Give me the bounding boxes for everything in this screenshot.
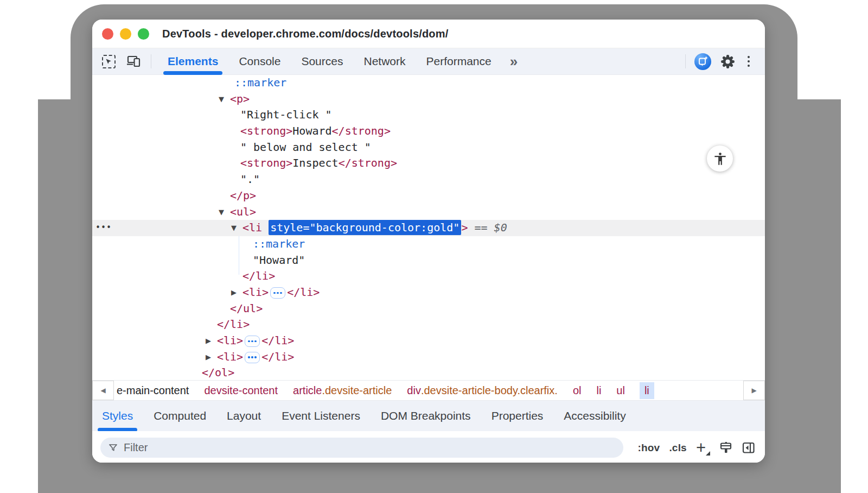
styles-filter-bar: Filter :hov .cls + [92, 431, 765, 463]
dom-tree-row[interactable]: ::marker [92, 236, 765, 252]
dom-tree-row[interactable]: "Right-click " [92, 107, 765, 123]
tag-token: </li> [287, 286, 320, 299]
dom-tree-row[interactable]: </ul> [92, 301, 765, 317]
expand-twisty-icon[interactable]: ▶ [206, 333, 211, 349]
window-title: DevTools - developer.chrome.com/docs/dev… [162, 28, 449, 40]
text-token: Inspect [292, 156, 338, 169]
filter-bar-actions: :hov .cls + [637, 442, 755, 454]
collapse-twisty-icon[interactable]: ▼ [231, 220, 237, 236]
text-token [262, 221, 269, 234]
breadcrumb-token: ol [573, 384, 582, 397]
new-style-rule-button[interactable]: + [696, 443, 710, 453]
cursor-arrow-icon [105, 58, 112, 65]
dom-tree-row[interactable]: ▶<li></li> [92, 333, 765, 349]
tab-sources[interactable]: Sources [301, 48, 343, 74]
tab-network[interactable]: Network [363, 48, 405, 74]
breadcrumb: e-main-contentdevsite-contentarticle.dev… [114, 381, 743, 400]
ai-assistance-icon[interactable] [694, 53, 711, 70]
breadcrumb-item[interactable]: e-main-content [116, 382, 189, 399]
sidebar-pane-tabs: StylesComputedLayoutEvent ListenersDOM B… [92, 400, 765, 431]
breadcrumb-item[interactable]: article.devsite-article [292, 382, 392, 399]
zoom-button[interactable] [138, 28, 149, 40]
dom-tree-row[interactable]: ▶<li></li> [92, 285, 765, 301]
selected-attribute: style="background-color:gold" [269, 220, 461, 235]
tag-token: <li [242, 221, 262, 234]
breadcrumb-bar: ◀ e-main-contentdevsite-contentarticle.d… [92, 380, 765, 400]
dom-tree-row[interactable]: </ol> [92, 365, 765, 380]
dom-tree-row[interactable]: ▼<ul> [92, 204, 765, 220]
breadcrumb-item[interactable]: div.devsite-article-body.clearfix. [406, 382, 558, 399]
breadcrumb-scroll-right-button[interactable]: ▶ [743, 381, 765, 400]
text-token: "Right-click " [240, 108, 332, 121]
breadcrumb-token: div [407, 384, 421, 397]
collapse-twisty-icon[interactable]: ▼ [219, 204, 224, 220]
dom-tree-row[interactable]: <strong>Inspect</strong> [92, 155, 765, 172]
tab-console[interactable]: Console [239, 48, 280, 74]
tab-performance[interactable]: Performance [426, 48, 492, 74]
breadcrumb-token: li [596, 384, 601, 397]
tag-token: <strong> [240, 156, 292, 169]
dom-tree-row[interactable]: ▼<p> [92, 91, 765, 108]
ellipsis-expand-button[interactable] [270, 287, 285, 299]
breadcrumb-item[interactable]: ul [616, 382, 626, 399]
collapse-twisty-icon[interactable]: ▼ [219, 91, 224, 108]
toggle-sidebar-icon[interactable] [742, 442, 755, 454]
dom-tree-row[interactable]: </p> [92, 188, 765, 204]
dom-tree-row[interactable]: " below and select " [92, 140, 765, 156]
equals-token: == [468, 221, 494, 234]
sidebar-tab-accessibility[interactable]: Accessibility [564, 401, 626, 431]
toggle-element-classes-button[interactable]: .cls [669, 442, 687, 454]
expand-twisty-icon[interactable]: ▶ [231, 285, 237, 301]
dom-tree-row[interactable]: "Howard" [92, 252, 765, 269]
dom-tree-row[interactable]: "." [92, 172, 765, 188]
sidebar-tab-computed[interactable]: Computed [154, 401, 206, 431]
sidebar-tab-dom-breakpoints[interactable]: DOM Breakpoints [381, 401, 471, 431]
accessibility-person-icon [713, 151, 727, 166]
rendering-brush-icon[interactable] [719, 442, 733, 454]
close-button[interactable] [102, 28, 113, 40]
device-toolbar-icon[interactable] [126, 55, 141, 67]
active-tab-indicator [163, 71, 222, 75]
accessibility-overlay-button[interactable] [707, 146, 733, 172]
breadcrumb-item[interactable]: ol [572, 382, 582, 399]
dom-tree-row[interactable]: ::marker [92, 75, 765, 91]
settings-gear-icon[interactable] [720, 54, 736, 69]
row-more-actions-dots[interactable]: ••• [95, 220, 112, 236]
minimize-button[interactable] [120, 28, 131, 40]
toggle-hover-state-button[interactable]: :hov [637, 442, 660, 454]
tag-token: </li> [217, 318, 250, 331]
breadcrumb-token: devsite-content [204, 384, 278, 397]
sidebar-tab-event-listeners[interactable]: Event Listeners [282, 401, 360, 431]
filter-input[interactable]: Filter [100, 438, 623, 458]
sidebar-tab-layout[interactable]: Layout [227, 401, 261, 431]
traffic-lights [102, 28, 149, 40]
sidebar-tab-styles[interactable]: Styles [102, 401, 133, 431]
breadcrumb-item[interactable]: devsite-content [203, 382, 278, 399]
text-token: "Howard" [253, 254, 305, 267]
funnel-icon [109, 444, 118, 452]
dom-tree-row[interactable]: </li> [92, 268, 765, 285]
dollar-zero-ref: $0 [494, 221, 507, 234]
dom-tree-row[interactable]: ▶<li></li> [92, 349, 765, 365]
dom-tree-row[interactable]: •••▼<li style="background-color:gold"> =… [92, 220, 765, 236]
breadcrumb-item[interactable]: li [640, 382, 654, 399]
breadcrumb-scroll-left-button[interactable]: ◀ [92, 381, 114, 400]
tag-token: <li> [217, 350, 243, 363]
ellipsis-expand-button[interactable] [245, 352, 260, 363]
customize-devtools-kebab-icon[interactable] [744, 55, 754, 68]
inspect-element-icon[interactable] [102, 55, 116, 68]
dom-tree-row[interactable]: <strong>Howard</strong> [92, 123, 765, 140]
more-tabs-button[interactable]: » [510, 53, 516, 70]
pseudo-element-token: ::marker [234, 76, 286, 89]
text-token: " below and select " [240, 141, 371, 154]
sidebar-tab-properties[interactable]: Properties [492, 401, 544, 431]
breadcrumb-item[interactable]: li [596, 382, 602, 399]
ellipsis-expand-button[interactable] [245, 336, 260, 347]
toolbar-divider [685, 54, 686, 68]
tag-token: </li> [261, 350, 294, 363]
breadcrumb-token: .devsite-article [322, 384, 392, 397]
expand-twisty-icon[interactable]: ▶ [206, 349, 211, 365]
breadcrumb-token: .devsite-article-body.clearfix. [421, 384, 558, 397]
dom-tree-row[interactable]: </li> [92, 317, 765, 333]
tab-elements[interactable]: Elements [168, 48, 218, 74]
